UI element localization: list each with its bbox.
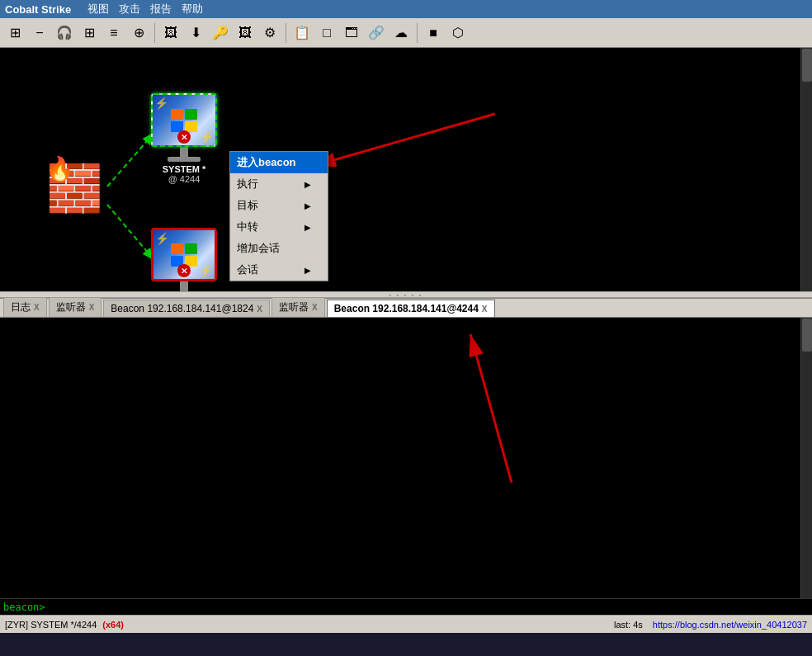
svg-line-3 xyxy=(470,334,512,483)
lightning-icon-2: ⚡ xyxy=(200,130,214,144)
tab-beacon-4244[interactable]: Beacon 192.168.184.141@4244 X xyxy=(327,300,495,317)
monitor-badge-2: ✕ xyxy=(177,264,191,277)
csdn-link: https://blog.csdn.net/weixin_40412037 xyxy=(653,620,807,630)
node-label-1: SYSTEM * @ 4244 xyxy=(163,164,206,184)
svg-line-2 xyxy=(314,114,495,166)
menu-report[interactable]: 报告 xyxy=(150,2,172,17)
terminal-area xyxy=(0,318,812,598)
monitor-1: ⚡ ⚡ ✕ xyxy=(151,93,217,147)
titlebar: Cobalt Strike 视图 攻击 报告 帮助 xyxy=(0,0,812,18)
last-time: last: 4s xyxy=(614,620,643,630)
toolbar-btn-download[interactable]: ⬇ xyxy=(184,21,207,45)
toolbar-btn-1[interactable]: ⊞ xyxy=(3,21,26,45)
submenu-arrow-4: ▶ xyxy=(304,266,311,275)
context-menu: 进入beacon 执行 ▶ 目标 ▶ 中转 ▶ 增加会话 会话 ▶ xyxy=(229,151,328,281)
toolbar-sep-3 xyxy=(417,23,418,43)
tab-log-close[interactable]: X xyxy=(34,303,40,312)
toolbar-btn-gear[interactable]: ⚙ xyxy=(258,21,281,45)
windows-logo-1 xyxy=(171,109,197,132)
toolbar-btn-headphone[interactable]: 🎧 xyxy=(53,21,76,45)
lightning-icon-4: ⚡ xyxy=(199,264,213,277)
terminal-annotation xyxy=(0,318,812,598)
resize-dots: • • • • • xyxy=(389,291,423,299)
lightning-icon: ⚡ xyxy=(154,97,168,110)
toolbar-btn-target[interactable]: ⊕ xyxy=(127,21,150,45)
ctx-session[interactable]: 会话 ▶ xyxy=(230,259,328,281)
annotation-arrows xyxy=(0,48,812,291)
lightning-icon-3: ⚡ xyxy=(155,232,169,245)
toolbar-btn-hex[interactable]: ⬡ xyxy=(446,21,470,45)
tab-beacon-4244-close[interactable]: X xyxy=(482,304,488,314)
menu-help[interactable]: 帮助 xyxy=(182,2,203,17)
monitor-stand-2 xyxy=(180,281,188,291)
ctx-enter-beacon[interactable]: 进入beacon xyxy=(230,152,328,173)
toolbar-btn-link[interactable]: 🔗 xyxy=(365,21,388,45)
status-bar: [ZYR] SYSTEM */4244 (x64) last: 4s https… xyxy=(0,615,812,633)
tab-listener-1[interactable]: 监听器 X xyxy=(49,297,102,317)
canvas-scrollbar[interactable] xyxy=(800,48,812,291)
toolbar-btn-clip[interactable]: 📋 xyxy=(290,21,314,45)
resize-handle[interactable]: • • • • • xyxy=(0,291,812,298)
beacon-prompt: beacon> xyxy=(3,602,45,613)
toolbar-btn-2[interactable]: − xyxy=(28,21,51,45)
scrollbar-thumb[interactable] xyxy=(802,49,812,82)
toolbar-sep-1 xyxy=(154,23,155,43)
ctx-add-session[interactable]: 增加会话 xyxy=(230,238,328,259)
ctx-target[interactable]: 目标 ▶ xyxy=(230,195,328,216)
menu-view[interactable]: 视图 xyxy=(87,2,109,17)
menu-attack[interactable]: 攻击 xyxy=(119,2,140,17)
monitor-base-1 xyxy=(168,157,201,162)
monitor-badge-1: ✕ xyxy=(177,130,191,144)
svg-line-0 xyxy=(107,135,153,186)
toolbar: ⊞ − 🎧 ⊞ ≡ ⊕ 🖼 ⬇ 🔑 🖼 ⚙ 📋 □ 🗔 🔗 ☁ ■ ⬡ xyxy=(0,18,812,48)
terminal-scrollbar[interactable] xyxy=(800,318,812,598)
monitor-stand-1 xyxy=(180,147,188,157)
firewall-node[interactable]: 🧱 xyxy=(45,159,103,217)
svg-line-1 xyxy=(107,205,153,258)
windows-logo-2 xyxy=(171,243,197,267)
submenu-arrow-3: ▶ xyxy=(304,223,311,232)
beacon-input-bar: beacon> xyxy=(0,598,812,615)
computer-node-1[interactable]: ⚡ ⚡ ✕ SYSTEM * @ 4244 xyxy=(151,93,217,184)
toolbar-btn-key[interactable]: 🔑 xyxy=(209,21,232,45)
submenu-arrow-2: ▶ xyxy=(304,201,311,210)
monitor-2: ⚡ ⚡ ✕ xyxy=(151,228,217,281)
arch-badge: (x64) xyxy=(102,620,124,630)
tab-beacon-1824[interactable]: Beacon 192.168.184.141@1824 X xyxy=(103,300,270,317)
terminal-scrollbar-thumb[interactable] xyxy=(802,319,812,352)
toolbar-btn-cloud[interactable]: ☁ xyxy=(389,21,413,45)
tab-beacon-1824-close[interactable]: X xyxy=(257,304,262,314)
toolbar-btn-block[interactable]: ■ xyxy=(422,21,445,45)
beacon-input[interactable] xyxy=(45,602,809,613)
tab-log[interactable]: 日志 X xyxy=(3,297,47,317)
status-right: last: 4s https://blog.csdn.net/weixin_40… xyxy=(614,620,807,630)
toolbar-btn-list[interactable]: ≡ xyxy=(102,21,125,45)
toolbar-btn-img[interactable]: 🖼 xyxy=(159,21,182,45)
toolbar-btn-window[interactable]: 🗔 xyxy=(340,21,363,45)
toolbar-btn-grid[interactable]: ⊞ xyxy=(78,21,101,45)
computer-node-2[interactable]: ⚡ ⚡ ✕ xyxy=(151,228,217,291)
submenu-arrow-1: ▶ xyxy=(304,180,311,189)
toolbar-btn-screenshot[interactable]: 🖼 xyxy=(234,21,257,45)
tabs-bar: 日志 X 监听器 X Beacon 192.168.184.141@1824 X… xyxy=(0,298,812,318)
toolbar-btn-square[interactable]: □ xyxy=(315,21,338,45)
status-left: [ZYR] SYSTEM */4244 (x64) xyxy=(5,620,124,630)
tab-listener-1-close[interactable]: X xyxy=(89,303,95,312)
firewall-icon: 🧱 xyxy=(46,166,103,211)
ctx-relay[interactable]: 中转 ▶ xyxy=(230,216,328,238)
ctx-execute[interactable]: 执行 ▶ xyxy=(230,173,328,195)
app-title: Cobalt Strike xyxy=(5,3,71,16)
tab-listener-2-close[interactable]: X xyxy=(312,303,318,312)
tab-listener-2[interactable]: 监听器 X xyxy=(271,297,325,317)
canvas-connections xyxy=(0,48,812,291)
main-canvas: 🧱 🔥 ⚡ ⚡ ✕ SYSTEM * @ 4244 xyxy=(0,48,812,291)
toolbar-sep-2 xyxy=(286,23,286,43)
